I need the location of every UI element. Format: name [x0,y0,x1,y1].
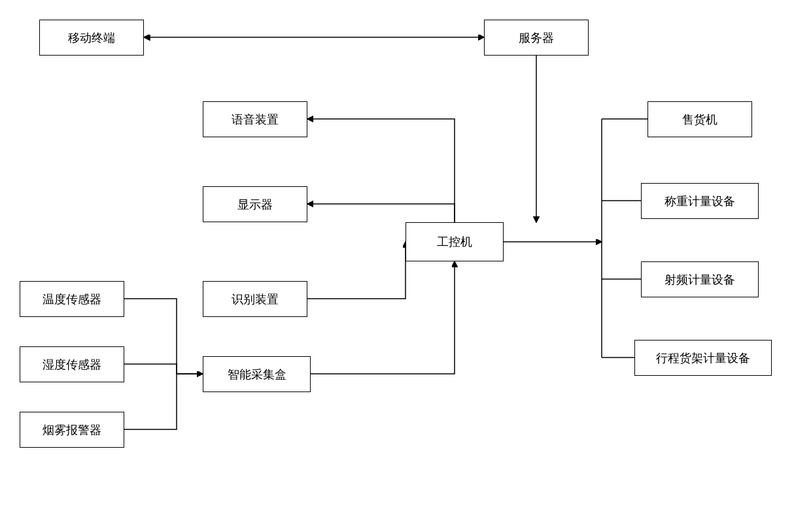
box-ipc: 工控机 [406,222,504,261]
box-smoke: 烟雾报警器 [20,412,124,448]
box-voice: 语音装置 [203,101,307,137]
box-weight: 称重计量设备 [641,183,759,219]
box-rf: 射频计量设备 [641,261,759,297]
box-display: 显示器 [203,186,307,222]
box-mobile: 移动终端 [39,20,144,56]
box-humidity: 湿度传感器 [20,346,124,382]
box-shelf: 行程货架计量设备 [634,340,772,376]
box-identify: 识别装置 [203,281,307,317]
box-server: 服务器 [484,20,589,56]
box-collector: 智能采集盒 [203,356,311,392]
diagram: 移动终端 服务器 语音装置 显示器 工控机 识别装置 智能采集盒 温度传感器 湿… [0,0,811,532]
box-vending: 售货机 [647,101,752,137]
box-temp: 温度传感器 [20,281,124,317]
